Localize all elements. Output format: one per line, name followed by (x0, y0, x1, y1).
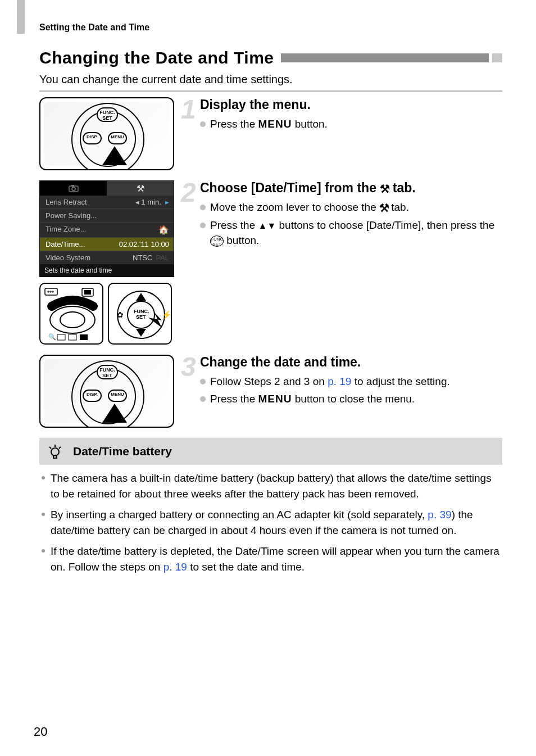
svg-text:🔍: 🔍 (48, 333, 56, 341)
svg-marker-0 (102, 146, 127, 165)
menu-item-date-time: Date/Time...02.02.'11 10:00 (40, 238, 174, 251)
note-item-3: If the date/time battery is depleted, th… (51, 544, 500, 574)
bullet-dot (42, 513, 45, 516)
step-3-text-2: Press the MENU button to close the menu. (210, 392, 502, 407)
tools-icon: ⚒ (380, 183, 389, 195)
menu-tab-camera (40, 181, 107, 196)
up-down-arrows-icon: ▲▼ (258, 221, 276, 230)
figure-camera-back-menu-button: FUNC.SET DISP. MENU (39, 355, 174, 428)
svg-line-31 (59, 447, 61, 449)
bullet-dot (200, 205, 206, 210)
svg-point-27 (51, 448, 59, 456)
section-title: Changing the Date and Time (39, 48, 274, 67)
menu-word: MENU (258, 118, 292, 130)
svg-point-12 (60, 312, 85, 328)
figure-func-set-dial: FUNC. SET ✿ ⚡ (108, 283, 172, 345)
svg-line-30 (49, 447, 51, 449)
menu-item-time-zone: Time Zone...🏠 (40, 223, 174, 238)
figure-camera-back-menu-button: FUNC.SET DISP. MENU (39, 97, 174, 170)
bullet-dot (42, 549, 45, 553)
svg-text:⚡: ⚡ (162, 310, 172, 320)
svg-rect-16 (80, 334, 88, 340)
svg-text:✿: ✿ (117, 310, 124, 319)
menu-item-power-saving: Power Saving... (40, 209, 174, 223)
step-3-heading: Change the date and time. (200, 355, 502, 370)
tools-icon: ⚒ (379, 202, 388, 214)
side-tab (17, 0, 25, 34)
step-2-text-1: Move the zoom lever to choose the ⚒ tab. (210, 200, 502, 216)
svg-rect-3 (71, 185, 74, 187)
svg-point-11 (50, 306, 95, 333)
running-header: Setting the Date and Time (39, 22, 502, 33)
step-1-text: Press the MENU button. (210, 117, 502, 132)
menu-item-video-system: Video System NTSCPAL (40, 251, 174, 264)
func-set-icon: FUNCSET (210, 236, 224, 247)
svg-marker-26 (102, 404, 127, 423)
step-1-heading: Display the menu. (200, 97, 502, 112)
menu-footer-hint: Sets the date and time (40, 264, 174, 277)
svg-rect-10 (84, 290, 91, 295)
page-ref-link[interactable]: p. 19 (163, 561, 187, 573)
page-ref-link[interactable]: p. 19 (328, 375, 351, 387)
svg-rect-15 (69, 334, 76, 340)
page-number: 20 (34, 725, 47, 739)
step-2-text-2: Press the ▲▼ buttons to choose [Date/Tim… (210, 218, 502, 248)
svg-marker-23 (148, 312, 162, 328)
bullet-dot (200, 396, 206, 402)
camera-menu-screenshot: ⚒ Lens Retract ◂ 1 min. ▸ Power Saving..… (39, 180, 174, 277)
note-title: Date/Time battery (73, 445, 172, 458)
page-ref-link[interactable]: p. 39 (428, 509, 451, 520)
note-item-1: The camera has a built-in date/time batt… (51, 470, 500, 501)
svg-point-2 (72, 187, 75, 191)
svg-text:FUNC.: FUNC. (134, 309, 149, 314)
menu-tab-tools: ⚒ (107, 181, 174, 196)
menu-word: MENU (258, 393, 292, 405)
svg-marker-22 (136, 329, 146, 337)
bullet-dot (200, 121, 206, 127)
svg-rect-28 (53, 455, 57, 458)
title-rule (281, 53, 503, 62)
svg-rect-14 (57, 334, 65, 340)
figure-zoom-lever: 🔍 (39, 283, 103, 345)
step-3-text-1: Follow Steps 2 and 3 on p. 19 to adjust … (210, 374, 502, 390)
svg-marker-21 (136, 293, 146, 301)
note-item-2: By inserting a charged battery or connec… (51, 507, 500, 538)
lightbulb-icon (47, 443, 63, 459)
menu-item-lens-retract: Lens Retract ◂ 1 min. ▸ (40, 196, 174, 209)
divider (39, 90, 502, 92)
bullet-dot (200, 223, 206, 228)
bullet-dot (200, 379, 206, 384)
note-box: Date/Time battery The camera has a built… (39, 438, 502, 574)
svg-text:SET: SET (136, 314, 146, 320)
bullet-dot (42, 476, 45, 479)
step-2-heading: Choose [Date/Time] from the ⚒ tab. (200, 180, 502, 196)
section-intro: You can change the current date and time… (39, 73, 502, 86)
